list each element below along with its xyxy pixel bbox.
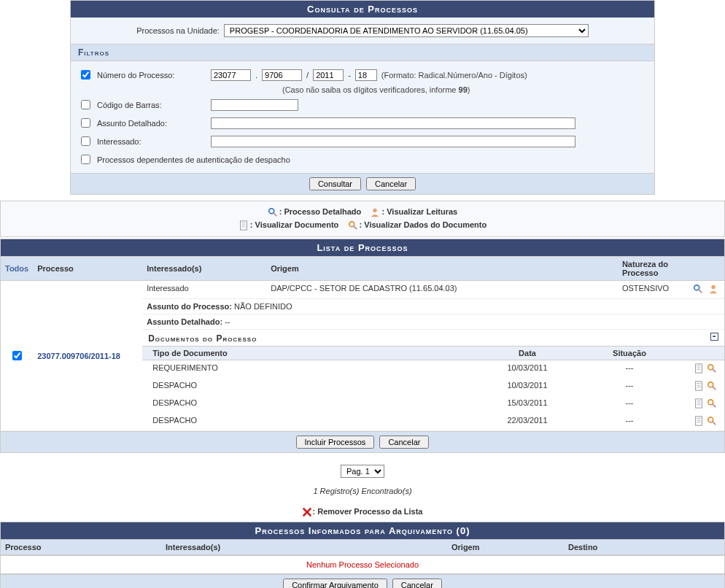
view-data-icon[interactable]	[707, 401, 717, 410]
unidade-select[interactable]: PROGESP - COORDENADORIA DE ATENDIMENTO A…	[224, 24, 589, 37]
svg-point-16	[708, 365, 713, 370]
assunto-check[interactable]	[81, 118, 90, 128]
row-natureza: OSTENSIVO	[618, 281, 687, 299]
svg-line-29	[713, 404, 716, 407]
numero-hint2: (Caso não saiba os dígitos verificadores…	[282, 84, 647, 96]
svg-line-1	[274, 213, 276, 216]
arq-col-processo: Processo	[1, 540, 161, 555]
col-processo: Processo	[33, 257, 142, 281]
lista-table: Todos Processo Interessado(s) Origem Nat…	[1, 256, 724, 431]
remove-legend: : Remover Processo da Lista	[0, 503, 725, 522]
legend-bar: : Processo Detalhado : Visualizar Leitur…	[0, 201, 725, 237]
doc-sit: ---	[578, 378, 681, 395]
doc-row: REQUERIMENTO10/03/2011---	[142, 360, 724, 379]
view-document-icon[interactable]	[694, 401, 704, 410]
interessado-input[interactable]	[211, 136, 575, 147]
pager: Pag. 1	[0, 459, 725, 484]
doc-data: 10/03/2011	[476, 360, 578, 379]
doc-tipo: DESPACHO	[142, 378, 476, 395]
svg-line-17	[713, 369, 716, 372]
view-data-icon[interactable]	[707, 384, 717, 392]
svg-point-7	[349, 222, 354, 227]
magnifier-orange-icon	[348, 220, 358, 231]
codigo-label: Código de Barras:	[97, 101, 206, 109]
numero-hint: (Formato: Radical.Número/Ano - Dígitos)	[381, 71, 527, 80]
detail-icon[interactable]	[693, 287, 703, 295]
interessado-label: Interessado:	[97, 137, 206, 146]
arquiv-title: Processos Informados para Arquivamento (…	[1, 522, 724, 539]
arq-col-destino: Destino	[564, 540, 710, 555]
table-row: 23077.009706/2011-18 Interessado DAP/CPC…	[1, 281, 724, 299]
doc-data: 10/03/2011	[476, 378, 578, 395]
svg-line-23	[713, 387, 716, 390]
col-origem: Origem	[266, 257, 618, 281]
doc-row: DESPACHO15/03/2011---	[142, 395, 724, 413]
view-document-icon[interactable]	[694, 419, 704, 428]
doc-tipo: DESPACHO	[142, 395, 476, 413]
doc-row: DESPACHO22/03/2011---	[142, 413, 724, 430]
assunto-input[interactable]	[211, 117, 575, 129]
svg-point-22	[708, 382, 713, 387]
view-document-icon[interactable]	[694, 384, 704, 392]
numero-num-input[interactable]	[262, 69, 302, 81]
docs-col-sit: Situação	[578, 347, 681, 360]
doc-sit: ---	[578, 395, 681, 413]
docs-col-data: Data	[476, 347, 578, 360]
arquiv-table: Processo Interessado(s) Origem Destino	[1, 539, 724, 555]
row-interessado: Interessado	[142, 281, 266, 299]
unidade-label: Processos na Unidade:	[136, 26, 220, 35]
document-icon	[239, 220, 249, 231]
processo-link[interactable]: 23077.009706/2011-18	[37, 352, 120, 360]
cancelar-lista-button[interactable]: Cancelar	[379, 436, 429, 449]
view-data-icon[interactable]	[707, 419, 717, 428]
svg-rect-18	[696, 382, 702, 390]
docs-title: Documentos do Processo -	[142, 330, 724, 346]
numero-check[interactable]	[81, 70, 90, 80]
svg-rect-12	[696, 364, 702, 373]
svg-rect-24	[696, 399, 702, 408]
col-todos[interactable]: Todos	[1, 257, 33, 281]
cancelar-button[interactable]: Cancelar	[366, 177, 416, 190]
svg-point-28	[708, 400, 713, 405]
row-origem: DAP/CPCC - SETOR DE CADASTRO (11.65.04.0…	[266, 281, 618, 299]
dependentes-check[interactable]	[81, 155, 90, 164]
arquiv-panel: Processos Informados para Arquivamento (…	[0, 522, 725, 588]
doc-data: 22/03/2011	[476, 413, 578, 430]
remove-x-icon	[302, 507, 312, 517]
incluir-button[interactable]: Incluir Processos	[296, 436, 375, 449]
svg-rect-3	[240, 221, 247, 230]
docs-col-tipo: Tipo de Documento	[142, 347, 476, 360]
svg-point-11	[711, 285, 715, 289]
consultar-button[interactable]: Consultar	[309, 177, 361, 190]
codigo-check[interactable]	[81, 100, 90, 109]
pager-select[interactable]: Pag. 1	[341, 465, 384, 478]
magnifier-icon	[268, 207, 278, 217]
svg-line-10	[699, 290, 702, 293]
view-document-icon[interactable]	[694, 366, 704, 375]
doc-sit: ---	[578, 413, 681, 430]
numero-ano-input[interactable]	[313, 69, 344, 81]
docs-table: Tipo de Documento Data Situação REQUERIM…	[142, 346, 724, 430]
codigo-input[interactable]	[211, 99, 298, 111]
dependentes-label: Processos dependentes de autenticação de…	[97, 155, 290, 164]
svg-point-34	[708, 417, 713, 422]
consulta-title: Consulta de Processos	[71, 1, 654, 18]
svg-point-0	[269, 209, 274, 214]
interessado-check[interactable]	[81, 136, 90, 146]
consulta-panel: Consulta de Processos Processos na Unida…	[70, 0, 655, 195]
confirmar-button[interactable]: Confirmar Arquivamento	[283, 579, 387, 588]
col-interessados: Interessado(s)	[142, 257, 266, 281]
view-data-icon[interactable]	[707, 366, 717, 375]
numero-radical-input[interactable]	[211, 69, 251, 81]
leituras-icon[interactable]	[708, 287, 718, 295]
numero-dig-input[interactable]	[355, 69, 377, 81]
collapse-icon[interactable]: -	[710, 333, 718, 341]
svg-rect-30	[696, 417, 702, 425]
cancelar-arquiv-button[interactable]: Cancelar	[392, 579, 442, 588]
lista-title: Lista de Processos	[1, 239, 724, 256]
col-natureza: Natureza do Processo	[618, 257, 687, 281]
numero-label: Número do Processo:	[97, 71, 206, 80]
summary-text: 1 Registro(s) Encontrado(s)	[0, 484, 725, 503]
svg-point-9	[694, 285, 699, 290]
row-select-check[interactable]	[12, 351, 22, 360]
